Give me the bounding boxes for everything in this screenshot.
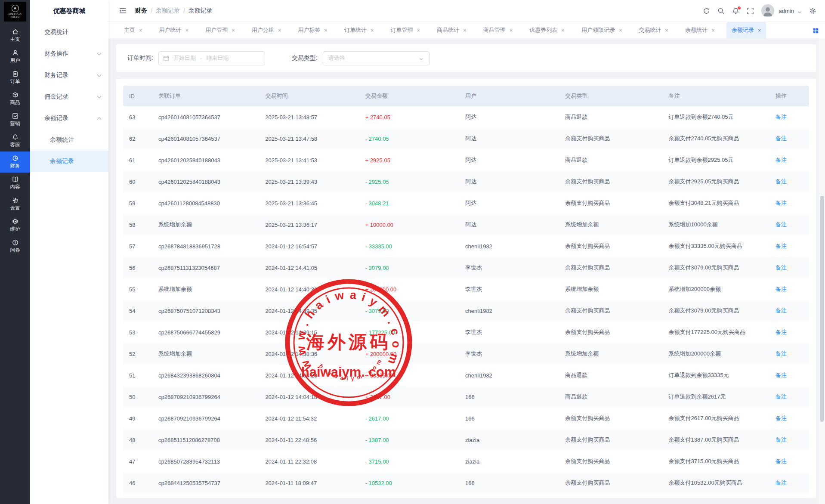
rail-item-product[interactable]: 商品 xyxy=(0,88,30,109)
breadcrumb-item[interactable]: 财务 xyxy=(135,7,147,15)
remark-action-link[interactable]: 备注 xyxy=(776,221,787,228)
row-id: 50 xyxy=(123,386,154,408)
menu-item[interactable]: 财务记录 xyxy=(30,65,108,86)
rail-item-finance[interactable]: 财务 xyxy=(0,152,30,173)
brand-logo[interactable]: A AMERICANDREAM xyxy=(4,2,26,22)
column-header: 交易类型 xyxy=(561,86,664,106)
rail-item-content[interactable]: 内容 xyxy=(0,173,30,194)
tab[interactable]: 用户分组× xyxy=(247,22,287,38)
avatar[interactable] xyxy=(761,4,774,17)
tab[interactable]: 用户统计× xyxy=(154,22,194,38)
breadcrumb-separator: / xyxy=(151,7,152,14)
remark-action-link[interactable]: 备注 xyxy=(776,393,787,400)
remark-action-link[interactable]: 备注 xyxy=(776,307,787,314)
rail-item-user[interactable]: 用户 xyxy=(0,46,30,67)
rail-item-label: 订单 xyxy=(10,78,20,85)
tab[interactable]: 优惠券列表× xyxy=(524,22,570,38)
remark-action-link[interactable]: 备注 xyxy=(776,415,787,421)
breadcrumb-item[interactable]: 余额记录 xyxy=(188,7,213,15)
remark-action-link[interactable]: 备注 xyxy=(776,372,787,378)
sidebar-fold-icon[interactable] xyxy=(119,7,127,15)
menu-item[interactable]: 余额记录 xyxy=(30,108,108,129)
row-order: cp426014081057364537 xyxy=(154,128,261,149)
tab[interactable]: 余额记录× xyxy=(726,22,766,38)
submenu-item[interactable]: 余额记录 xyxy=(30,151,108,172)
tab-close-icon[interactable]: × xyxy=(324,28,328,33)
tab-close-icon[interactable]: × xyxy=(278,28,281,33)
remark-action-link[interactable]: 备注 xyxy=(776,178,787,185)
tab-grid-icon[interactable] xyxy=(813,28,819,33)
remark-action-link[interactable]: 备注 xyxy=(776,157,787,163)
rail-item-settings[interactable]: 设置 xyxy=(0,194,30,215)
row-type: 余额支付购买商品 xyxy=(561,171,664,192)
row-time: 2024-01-12 14:38:36 xyxy=(261,343,361,365)
search-icon[interactable] xyxy=(717,7,725,15)
remark-action-link[interactable]: 备注 xyxy=(776,264,787,271)
rail-item-order[interactable]: 订单 xyxy=(0,67,30,88)
remark-action-link[interactable]: 备注 xyxy=(776,286,787,292)
menu-item[interactable]: 财务操作 xyxy=(30,43,108,65)
tab-close-icon[interactable]: × xyxy=(561,28,565,33)
row-remark: 余额支付1387.00元购买商品 xyxy=(664,429,771,451)
remark-action-link[interactable]: 备注 xyxy=(776,350,787,357)
row-id: 53 xyxy=(123,322,154,343)
rail-item-home[interactable]: 主页 xyxy=(0,25,30,46)
breadcrumb-item[interactable]: 余额记录 xyxy=(156,7,180,15)
tab[interactable]: 余额统计× xyxy=(680,22,720,38)
tab[interactable]: 用户标签× xyxy=(293,22,333,38)
tab[interactable]: 商品管理× xyxy=(478,22,518,38)
table-row: 56cp2687511313230546872024-01-12 14:41:0… xyxy=(123,257,809,278)
notification-bell-icon[interactable] xyxy=(732,7,739,15)
refresh-icon[interactable] xyxy=(703,7,710,15)
tab-close-icon[interactable]: × xyxy=(711,28,715,33)
row-type: 余额支付购买商品 xyxy=(561,128,664,149)
tab-close-icon[interactable]: × xyxy=(758,28,761,33)
remark-action-link[interactable]: 备注 xyxy=(776,200,787,206)
tab-close-icon[interactable]: × xyxy=(619,28,622,33)
date-range-input[interactable]: 开始日期 - 结束日期 xyxy=(158,51,265,65)
tab-close-icon[interactable]: × xyxy=(463,28,467,33)
remark-action-link[interactable]: 备注 xyxy=(776,329,787,335)
tab-close-icon[interactable]: × xyxy=(185,28,189,33)
tab-close-icon[interactable]: × xyxy=(232,28,235,33)
remark-action-link[interactable]: 备注 xyxy=(776,458,787,464)
rail-item-marketing[interactable]: 营销 xyxy=(0,109,30,130)
user-name[interactable]: admin xyxy=(779,8,794,14)
tab[interactable]: 用户管理× xyxy=(200,22,240,38)
tab[interactable]: 商品统计× xyxy=(432,22,472,38)
row-amount: + 200000.00 xyxy=(361,343,461,365)
tab[interactable]: 主页× xyxy=(119,22,148,38)
submenu-item[interactable]: 余额统计 xyxy=(30,129,108,151)
rail-item-service[interactable]: 客服 xyxy=(0,130,30,152)
gear-icon[interactable] xyxy=(809,7,816,15)
chevron-down-icon[interactable] xyxy=(797,9,802,13)
menu-item[interactable]: 交易统计 xyxy=(30,22,108,43)
transaction-type-select[interactable]: 请选择 xyxy=(323,51,429,65)
remark-action-link[interactable]: 备注 xyxy=(776,135,787,142)
rail-item-maintenance[interactable]: 维护 xyxy=(0,215,30,236)
date-start-placeholder: 开始日期 xyxy=(173,54,196,62)
fullscreen-icon[interactable] xyxy=(747,7,754,15)
tab-close-icon[interactable]: × xyxy=(139,28,142,33)
tab-close-icon[interactable]: × xyxy=(665,28,669,33)
menu-item-label: 财务操作 xyxy=(44,50,68,58)
remark-action-link[interactable]: 备注 xyxy=(776,243,787,249)
row-time: 2025-03-21 13:36:45 xyxy=(261,192,361,214)
rail-item-question[interactable]: ?问卷 xyxy=(0,236,30,257)
remark-action-link[interactable]: 备注 xyxy=(776,479,787,486)
tab[interactable]: 用户领取记录× xyxy=(576,22,627,38)
tab-label: 商品管理 xyxy=(483,26,506,34)
scrollbar-thumb[interactable] xyxy=(820,196,824,422)
tab[interactable]: 交易统计× xyxy=(634,22,674,38)
maintenance-icon xyxy=(12,218,19,225)
menu-item[interactable]: 佣金记录 xyxy=(30,86,108,108)
tab-close-icon[interactable]: × xyxy=(417,28,420,33)
row-time: 2024-01-12 14:04:28 xyxy=(261,365,361,386)
tab-close-icon[interactable]: × xyxy=(371,28,374,33)
remark-action-link[interactable]: 备注 xyxy=(776,114,787,120)
tab-close-icon[interactable]: × xyxy=(510,28,513,33)
remark-action-link[interactable]: 备注 xyxy=(776,436,787,443)
tab[interactable]: 订单统计× xyxy=(339,22,379,38)
type-filter-label: 交易类型: xyxy=(292,54,318,62)
tab[interactable]: 订单管理× xyxy=(386,22,426,38)
